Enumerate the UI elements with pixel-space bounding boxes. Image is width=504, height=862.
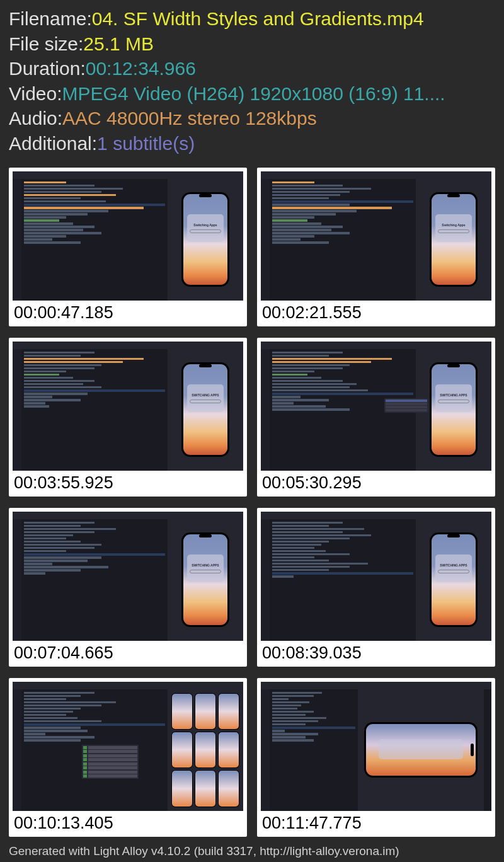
additional-label: Additional: xyxy=(9,131,97,156)
thumbnail-card[interactable]: Switching Apps 00:02:21.555 xyxy=(257,168,495,326)
thumbnail-image: SWITCHING APPS xyxy=(261,342,491,471)
phone-card-title: SWITCHING APPS xyxy=(440,563,467,567)
thumbnail-image: SWITCHING APPS xyxy=(13,342,243,471)
footer-text: Generated with Light Alloy v4.10.2 (buil… xyxy=(9,844,399,858)
thumbnail-image xyxy=(261,682,491,811)
phone-card-title: SWITCHING APPS xyxy=(440,393,467,397)
autocomplete-list xyxy=(82,745,139,779)
thumbnail-timestamp: 00:10:13.405 xyxy=(13,811,243,833)
phone-card-title: Switching Apps xyxy=(442,223,465,227)
filesize-row: File size: 25.1 MB xyxy=(9,32,495,57)
thumbnail-card[interactable]: SWITCHING APPS 00:05:30.295 xyxy=(257,338,495,497)
thumbnail-timestamp: 00:02:21.555 xyxy=(261,301,491,323)
thumbnail-image: Switching Apps xyxy=(13,171,243,301)
audio-value: AAC 48000Hz stereo 128kbps xyxy=(62,106,317,131)
duration-value: 00:12:34.966 xyxy=(86,56,196,81)
thumbnail-timestamp: 00:05:30.295 xyxy=(261,471,491,493)
thumbnail-image: SWITCHING APPS xyxy=(261,512,491,641)
thumbnail-timestamp: 00:00:47.185 xyxy=(13,301,243,323)
thumbnail-timestamp: 00:08:39.035 xyxy=(261,641,491,663)
phone-card-title: SWITCHING APPS xyxy=(192,393,219,397)
additional-row: Additional: 1 subtitle(s) xyxy=(9,131,495,156)
filename-label: Filename: xyxy=(9,6,92,32)
thumbnail-card[interactable]: SWITCHING APPS 00:07:04.665 xyxy=(9,508,247,667)
video-label: Video: xyxy=(9,81,62,106)
filename-row: Filename: 04. SF Width Styles and Gradie… xyxy=(9,6,495,32)
duration-label: Duration: xyxy=(9,56,86,81)
filesize-value: 25.1 MB xyxy=(83,32,154,57)
thumbnail-card[interactable]: 00:10:13.405 xyxy=(9,678,247,837)
thumbnail-grid: Switching Apps 00:00:47.185 xyxy=(0,161,504,843)
thumbnail-timestamp: 00:07:04.665 xyxy=(13,641,243,663)
phone-card-title: SWITCHING APPS xyxy=(192,563,219,567)
phone-preview-grid xyxy=(168,689,243,811)
thumbnail-timestamp: 00:11:47.775 xyxy=(261,811,491,833)
phone-card-title: Switching Apps xyxy=(193,223,217,227)
thumbnail-card[interactable]: 00:11:47.775 xyxy=(257,678,495,837)
thumbnail-timestamp: 00:03:55.925 xyxy=(13,471,243,493)
additional-value: 1 subtitle(s) xyxy=(97,131,195,156)
autocomplete-popup xyxy=(384,398,428,413)
file-info-header: Filename: 04. SF Width Styles and Gradie… xyxy=(0,0,504,161)
filename-value: 04. SF Width Styles and Gradients.mp4 xyxy=(92,6,424,32)
filesize-label: File size: xyxy=(9,32,83,57)
duration-row: Duration: 00:12:34.966 xyxy=(9,56,495,81)
audio-label: Audio: xyxy=(9,106,62,131)
video-row: Video: MPEG4 Video (H264) 1920x1080 (16:… xyxy=(9,81,495,106)
thumbnail-image xyxy=(13,682,243,811)
thumbnail-card[interactable]: SWITCHING APPS 00:03:55.925 xyxy=(9,338,247,497)
thumbnail-image: Switching Apps xyxy=(261,171,491,301)
thumbnail-card[interactable]: SWITCHING APPS 00:08:39.035 xyxy=(257,508,495,667)
thumbnail-card[interactable]: Switching Apps 00:00:47.185 xyxy=(9,168,247,326)
video-value: MPEG4 Video (H264) 1920x1080 (16:9) 11..… xyxy=(62,81,445,106)
thumbnail-image: SWITCHING APPS xyxy=(13,512,243,641)
audio-row: Audio: AAC 48000Hz stereo 128kbps xyxy=(9,106,495,131)
